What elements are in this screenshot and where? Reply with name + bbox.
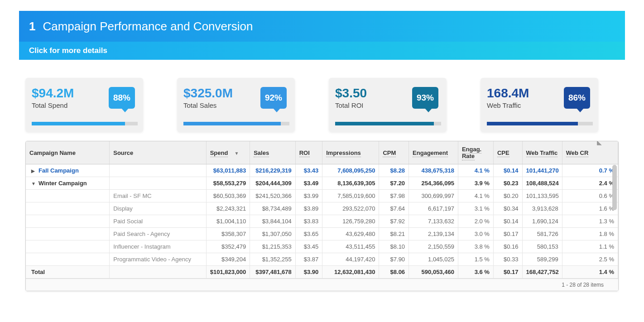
cell-cpm: $8.10 [379,240,409,253]
kpi-total-spend[interactable]: $94.2M Total Spend 88% [25,78,143,132]
cell-impressions: 43,629,480 [322,228,379,240]
cell-engag-rate: 3.6 % [458,266,493,279]
cell-sales: $241,520,366 [250,190,296,202]
cell-engag-rate: 4.1 % [458,190,493,202]
expand-caret-icon[interactable]: ▼ [31,181,37,186]
cell-roi: $3.90 [295,266,322,279]
cell-cpm: $8.21 [379,228,409,240]
kpi-bar [32,122,138,125]
table-row[interactable]: Programmatic Video - Agency $349,204 $1,… [26,253,618,266]
col-cpm[interactable]: CPM [379,141,409,164]
cell-campaign [26,202,110,215]
cell-sales: $216,229,319 [250,164,296,177]
more-details-bar[interactable]: Click for more details [19,42,625,60]
cell-impressions: 43,511,455 [322,240,379,253]
kpi-total-sales[interactable]: $325.0M Total Sales 92% [177,78,295,132]
col-engag-rate[interactable]: Engag. Rate [458,141,493,164]
cell-engag-rate: 2.0 % [458,215,493,228]
col-cpe[interactable]: CPE [493,141,522,164]
kpi-badge: 93% [412,87,438,109]
table-row[interactable]: Display $2,243,321 $8,734,489 $3.89 293,… [26,202,618,215]
cell-roi: $3.89 [295,202,322,215]
col-web-cr[interactable]: Web CR [562,141,618,164]
campaign-name-label: Winter Campaign [38,180,87,187]
scrollbar[interactable] [612,165,617,276]
col-impressions[interactable]: Impressions [322,141,379,164]
cell-roi: $3.87 [295,253,322,266]
cell-sales: $3,844,104 [250,215,296,228]
cell-campaign [26,240,110,253]
cell-sales: $1,307,050 [250,228,296,240]
col-spend[interactable]: Spend▼ [206,141,250,164]
cell-impressions: 126,759,280 [322,215,379,228]
kpi-badge: 86% [564,87,590,109]
cell-spend: $63,011,883 [206,164,250,177]
cell-cpm: $8.06 [379,266,409,279]
cell-cpm: $7.98 [379,190,409,202]
cell-cpm: $7.90 [379,253,409,266]
expand-caret-icon[interactable]: ▶ [31,168,37,173]
cell-web-cr: 1.4 % [562,266,618,279]
cell-campaign [26,215,110,228]
table-body: ▶Fall Campaign $63,011,883 $216,229,319 … [26,164,618,279]
campaign-name-label: Fall Campaign [38,167,79,174]
cell-cpe: $0.14 [493,215,522,228]
resize-handle-icon[interactable]: ◣ [597,141,602,146]
cell-source: Influencer - Instagram [110,240,206,253]
col-web-traffic[interactable]: Web Traffic [522,141,562,164]
cell-web-traffic: 168,427,752 [522,266,562,279]
cell-web-cr: 2.4 % [562,177,618,190]
cell-roi: $3.65 [295,228,322,240]
cell-roi: $3.45 [295,240,322,253]
cell-spend: $2,243,321 [206,202,250,215]
kpi-total-roi[interactable]: $3.50 Total ROI 93% [329,78,447,132]
cell-engagement: 6,617,197 [409,202,458,215]
cell-web-traffic: 101,441,270 [522,164,562,177]
cell-campaign [26,253,110,266]
cell-web-cr: 1.6 % [562,202,618,215]
cell-sales: $204,444,309 [250,177,296,190]
col-engagement[interactable]: Engagement [409,141,458,164]
table-row[interactable]: Influencer - Instagram $352,479 $1,215,3… [26,240,618,253]
table-row[interactable]: Paid Search - Agency $358,307 $1,307,050… [26,228,618,240]
cell-engagement: 300,699,997 [409,190,458,202]
table-row[interactable]: ▼Winter Campaign $58,553,279 $204,444,30… [26,177,618,190]
cell-sales: $8,734,489 [250,202,296,215]
cell-web-cr: 2.5 % [562,253,618,266]
table-row[interactable]: Email - SF MC $60,503,369 $241,520,366 $… [26,190,618,202]
cell-cpe: $0.23 [493,177,522,190]
cell-cpe: $0.17 [493,266,522,279]
col-source[interactable]: Source [110,141,206,164]
page-header: 1 Campaign Performance and Conversion [19,11,625,42]
cell-impressions: 8,136,639,305 [322,177,379,190]
cell-roi: $3.49 [295,177,322,190]
cell-engag-rate: 4.1 % [458,164,493,177]
cell-impressions: 12,632,081,430 [322,266,379,279]
cell-sales: $1,352,255 [250,253,296,266]
cell-roi: $3.83 [295,215,322,228]
cell-engag-rate: 1.5 % [458,253,493,266]
cell-campaign: ▼Winter Campaign [26,177,110,190]
kpi-bar [335,122,441,125]
cell-engag-rate: 3.0 % [458,228,493,240]
cell-cpm: $8.28 [379,164,409,177]
cell-spend: $101,823,000 [206,266,250,279]
cell-cpm: $7.64 [379,202,409,215]
cell-roi: $3.43 [295,164,322,177]
col-roi[interactable]: ROI [295,141,322,164]
kpi-bar [487,122,593,125]
cell-impressions: 293,522,070 [322,202,379,215]
scrollbar-thumb[interactable] [612,165,617,210]
cell-web-traffic: 1,690,124 [522,215,562,228]
table-row-total: Total $101,823,000 $397,481,678 $3.90 12… [26,266,618,279]
cell-spend: $60,503,369 [206,190,250,202]
cell-cpe: $0.20 [493,190,522,202]
table-row[interactable]: Paid Social $1,004,110 $3,844,104 $3.83 … [26,215,618,228]
col-campaign-name[interactable]: Campaign Name [26,141,110,164]
table-row[interactable]: ▶Fall Campaign $63,011,883 $216,229,319 … [26,164,618,177]
kpi-web-traffic[interactable]: 168.4M Web Traffic 86% [481,78,598,132]
col-sales[interactable]: Sales [250,141,296,164]
cell-campaign: Total [26,266,110,279]
cell-web-traffic: 108,488,524 [522,177,562,190]
cell-source [110,164,206,177]
